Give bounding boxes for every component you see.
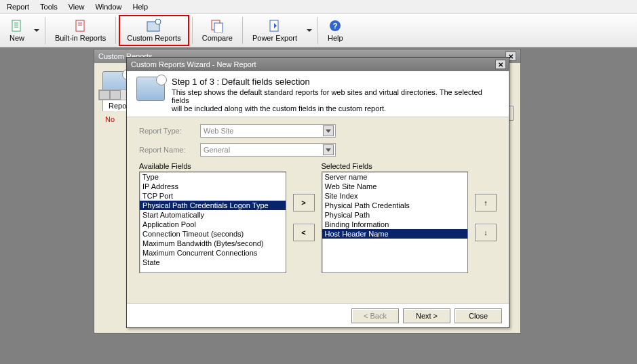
list-item[interactable]: Type: [140, 172, 286, 182]
list-item[interactable]: IP Address: [140, 182, 286, 191]
list-item[interactable]: Maximum Bandwidth (Bytes/second): [140, 239, 286, 248]
move-down-button[interactable]: ↓: [475, 224, 497, 241]
list-item[interactable]: Host Header Name: [322, 229, 468, 239]
wizard-next-button[interactable]: Next >: [403, 308, 450, 323]
builtin-icon: [74, 19, 88, 33]
list-item[interactable]: Physical Path Credentials Logon Type: [140, 201, 286, 210]
custom-icon: [146, 19, 162, 33]
wizard-body: Report Type: Web Site Report Name: Gener…: [127, 117, 509, 321]
toolbar: New Built-in Reports Custom Reports Comp…: [0, 14, 637, 47]
move-left-button[interactable]: <: [293, 224, 315, 241]
compare-button[interactable]: Compare: [195, 15, 239, 46]
selected-fields-label: Selected Fields: [322, 162, 469, 170]
wizard-step-desc1: This step shows the default standard rep…: [172, 88, 499, 104]
custom-reports-button[interactable]: Custom Reports: [120, 15, 187, 46]
list-item[interactable]: Site Index: [322, 191, 468, 201]
chevron-down-icon[interactable]: [323, 144, 334, 155]
report-type-value: Web Site: [204, 127, 233, 135]
svg-point-8: [155, 19, 161, 24]
report-name-value: General: [204, 146, 230, 154]
builtin-label: Built-in Reports: [55, 34, 106, 42]
list-item[interactable]: Binding Information: [322, 220, 468, 229]
help-button[interactable]: ? Help: [321, 15, 350, 46]
wizard-close-button[interactable]: Close: [455, 308, 502, 323]
report-name-label: Report Name:: [139, 146, 200, 154]
workarea: Custom Reports ✕ Report No < Back Next >…: [0, 47, 637, 364]
list-item[interactable]: Physical Path Credentials: [322, 201, 468, 210]
wizard-footer: < Back Next > Close: [127, 303, 509, 327]
list-item[interactable]: Server name: [322, 172, 468, 182]
power-export-icon: [268, 19, 282, 33]
wizard-dialog: Custom Reports Wizard - New Report ✕ Ste…: [126, 57, 509, 328]
list-item[interactable]: Maximum Concurrent Connections: [140, 248, 286, 258]
new-button[interactable]: New: [3, 15, 31, 46]
list-item[interactable]: Physical Path: [322, 210, 468, 220]
new-icon: [10, 19, 24, 33]
available-fields-list[interactable]: TypeIP AddressTCP PortPhysical Path Cred…: [139, 171, 286, 273]
wizard-titlebar: Custom Reports Wizard - New Report ✕: [127, 58, 509, 71]
menu-view[interactable]: View: [69, 3, 85, 11]
list-item[interactable]: Connection Timeout (seconds): [140, 229, 286, 239]
wizard-header: Step 1 of 3 : Default fields selection T…: [127, 71, 509, 117]
list-item[interactable]: Web Site Name: [322, 182, 468, 191]
power-export-button[interactable]: Power Export: [246, 15, 304, 46]
list-item[interactable]: Start Automatically: [140, 210, 286, 220]
svg-rect-4: [76, 20, 84, 31]
svg-rect-0: [12, 20, 20, 31]
wizard-title: Custom Reports Wizard - New Report: [131, 60, 256, 68]
custom-reports-highlight: Custom Reports: [119, 15, 189, 46]
selected-fields-list[interactable]: Server nameWeb Site NameSite IndexPhysic…: [322, 171, 469, 273]
report-type-combo[interactable]: Web Site: [200, 124, 336, 138]
report-type-label: Report Type:: [139, 127, 200, 135]
wizard-step-title: Step 1 of 3 : Default fields selection: [172, 77, 499, 87]
wizard-step-icon: [136, 77, 165, 101]
wizard-back-button[interactable]: < Back: [351, 308, 399, 323]
new-dropdown[interactable]: [34, 29, 39, 32]
report-name-combo[interactable]: General: [200, 143, 336, 157]
svg-rect-10: [214, 23, 223, 33]
custom-label: Custom Reports: [127, 34, 180, 42]
compare-icon: [210, 19, 224, 33]
wizard-step-desc2: will be included along with the custom f…: [172, 104, 499, 113]
menu-window[interactable]: Window: [95, 3, 121, 11]
available-fields-label: Available Fields: [139, 162, 286, 170]
help-label: Help: [328, 34, 343, 42]
compare-label: Compare: [202, 34, 233, 42]
svg-text:?: ?: [333, 22, 338, 30]
menu-help[interactable]: Help: [133, 3, 149, 11]
menu-tools[interactable]: Tools: [40, 3, 58, 11]
power-export-dropdown[interactable]: [307, 29, 312, 32]
list-item[interactable]: TCP Port: [140, 191, 286, 201]
menu-report[interactable]: Report: [7, 3, 29, 11]
move-up-button[interactable]: ↑: [475, 194, 497, 211]
wizard-close-icon[interactable]: ✕: [495, 60, 506, 69]
list-item[interactable]: State: [140, 258, 286, 267]
list-item[interactable]: Application Pool: [140, 220, 286, 229]
builtin-reports-button[interactable]: Built-in Reports: [48, 15, 113, 46]
chevron-down-icon[interactable]: [323, 125, 334, 136]
new-label: New: [9, 34, 24, 42]
help-icon: ?: [328, 19, 342, 33]
menu-bar: Report Tools View Window Help: [0, 0, 637, 14]
move-right-button[interactable]: >: [293, 194, 315, 211]
power-export-label: Power Export: [252, 34, 297, 42]
